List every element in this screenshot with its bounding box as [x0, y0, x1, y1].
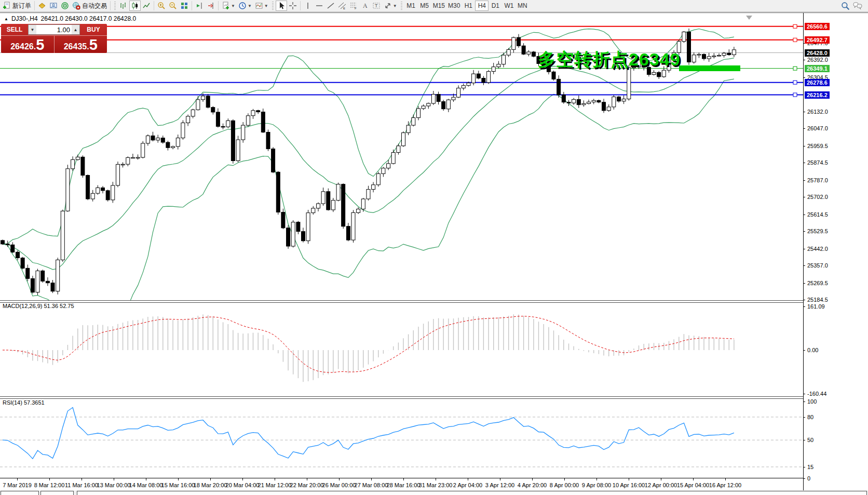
auto-scroll-button[interactable] — [194, 1, 205, 11]
new-order-label: 新订单 — [12, 2, 31, 10]
chart-shift-marker[interactable] — [746, 16, 752, 20]
vertical-line-icon — [304, 2, 312, 10]
candlestick-icon — [131, 2, 139, 10]
volume-input[interactable] — [36, 25, 72, 34]
timeframe-button-m15[interactable]: M15 — [431, 1, 446, 11]
svg-text:F: F — [355, 7, 357, 10]
axis-tick-label: 0.00 — [807, 346, 818, 354]
sell-button[interactable]: SELL — [1, 24, 28, 35]
horizontal-line-button[interactable] — [314, 1, 325, 11]
text-label-button[interactable]: T — [371, 1, 382, 11]
vertical-line-button[interactable] — [302, 1, 314, 11]
price-line-label: 26278.6 — [805, 79, 830, 86]
axis-tick-label: 25959.5 — [807, 142, 828, 150]
crosshair-button[interactable] — [287, 1, 299, 11]
sell-price[interactable]: 26426. 5 — [1, 36, 54, 53]
template-icon — [255, 2, 263, 10]
fibonacci-button[interactable]: F — [348, 1, 359, 11]
buy-price-big-digit: 5 — [89, 37, 98, 52]
text-button[interactable]: A — [359, 1, 371, 11]
chart-tab-strip — [0, 490, 868, 495]
chart-shift-icon — [207, 2, 215, 10]
templates-button[interactable]: ▼ — [253, 1, 270, 11]
axis-tick-label: 0 — [807, 475, 810, 482]
chart-tab[interactable] — [77, 491, 867, 495]
axis-tick-label: 25357.0 — [807, 262, 828, 269]
macd-indicator-label: MACD(12,26,9) 51.36 52.75 — [3, 303, 74, 309]
chart-tab[interactable] — [40, 491, 74, 495]
volume-increase-button[interactable]: ▲ — [72, 25, 79, 34]
svg-text:A: A — [363, 2, 368, 9]
arrows-button[interactable]: ▼ — [382, 1, 399, 11]
time-axis[interactable]: 7 Mar 20198 Mar 12:0011 Mar 16:0013 Mar … — [0, 478, 803, 491]
buy-price[interactable]: 26435. 5 — [55, 36, 107, 53]
bar-chart-icon — [119, 2, 128, 10]
main-toolbar: 新订单 自动交易 ▼ ▼ ▼ E F A T ▼ M1M5M15M30H1H4D… — [0, 0, 868, 12]
timeframe-button-h1[interactable]: H1 — [462, 1, 475, 11]
macd-pane[interactable] — [0, 301, 803, 397]
timeframe-button-w1[interactable]: W1 — [502, 1, 516, 11]
main-price-pane[interactable] — [0, 23, 803, 300]
zoom-out-button[interactable] — [167, 1, 179, 11]
chart-shift-button[interactable] — [205, 1, 216, 11]
sell-price-big-digit: 5 — [36, 37, 44, 52]
pane-separator[interactable] — [0, 300, 803, 303]
buy-button[interactable]: BUY — [80, 24, 107, 35]
time-axis-label: 16 Apr 12:00 — [704, 482, 746, 488]
chart-symbol-period: DJ30-,H4 — [11, 15, 38, 22]
axis-tick-label: 25702.0 — [807, 193, 828, 200]
signal-icon — [61, 2, 69, 10]
periods-button[interactable]: ▼ — [237, 1, 253, 11]
timeframe-button-m30[interactable]: M30 — [446, 1, 462, 11]
horizontal-line-icon — [315, 2, 323, 10]
one-click-collapse-arrow[interactable]: ▲ — [4, 17, 8, 21]
bar-chart-button[interactable] — [118, 1, 129, 11]
pane-separator[interactable] — [0, 396, 803, 399]
new-order-icon — [3, 2, 11, 10]
price-line-label: 26428.0 — [805, 49, 830, 57]
line-chart-button[interactable] — [141, 1, 152, 11]
chevron-down-icon: ▼ — [231, 4, 235, 8]
candlestick-chart-button[interactable] — [129, 1, 141, 11]
chart-ohlc-values: 26421.0 26430.0 26417.0 26428.0 — [41, 15, 137, 22]
timeframe-button-m5[interactable]: M5 — [418, 1, 431, 11]
chevron-down-icon: ▼ — [264, 4, 268, 8]
signals-button[interactable] — [59, 1, 71, 11]
axis-tick-label: 100 — [807, 398, 817, 405]
rsi-pane[interactable] — [0, 398, 803, 478]
indicators-button[interactable]: ▼ — [220, 1, 237, 11]
trendline-button[interactable] — [325, 1, 336, 11]
axis-tick-label: 50 — [807, 436, 813, 444]
price-axis[interactable]: 26477.026392.026304.526132.026047.025959… — [803, 0, 868, 495]
navigator-button[interactable] — [48, 1, 59, 11]
chart-annotation-text[interactable]: 多空转折点26349 — [538, 48, 681, 72]
market-watch-button[interactable] — [36, 1, 48, 11]
chevron-down-icon: ▼ — [248, 4, 252, 8]
new-order-button[interactable]: 新订单 — [1, 1, 33, 11]
cursor-icon — [277, 2, 286, 10]
chevron-down-icon: ▼ — [393, 4, 397, 8]
axis-tick-label: 26132.0 — [807, 108, 828, 115]
timeframe-button-mn[interactable]: MN — [516, 1, 529, 11]
fibonacci-icon: F — [349, 2, 358, 10]
axis-tick-label: 26392.0 — [807, 56, 828, 63]
autotrading-button[interactable]: 自动交易 — [71, 1, 108, 11]
terminal-icon — [49, 2, 58, 10]
timeframe-button-h4[interactable]: H4 — [475, 1, 489, 11]
timeframe-button-m1[interactable]: M1 — [404, 1, 418, 11]
equidistant-channel-button[interactable]: E — [336, 1, 348, 11]
text-label-icon: T — [372, 2, 381, 10]
zoom-in-button[interactable] — [156, 1, 167, 11]
svg-text:T: T — [375, 3, 378, 8]
one-click-trading-panel: SELL ▼ ▲ BUY 26426. 5 26435. 5 — [1, 24, 107, 53]
volume-stepper: ▼ ▲ — [28, 24, 80, 35]
sell-price-main: 26426. — [10, 41, 36, 52]
axis-tick-label: 80 — [807, 413, 813, 421]
chart-tab[interactable] — [1, 491, 39, 495]
annotation-highlight-bar[interactable] — [679, 65, 740, 71]
timeframe-button-d1[interactable]: D1 — [489, 1, 502, 11]
cursor-button[interactable] — [276, 1, 287, 11]
axis-tick-label: 26047.0 — [807, 125, 828, 132]
tile-windows-button[interactable] — [179, 1, 190, 11]
volume-decrease-button[interactable]: ▼ — [29, 25, 36, 34]
